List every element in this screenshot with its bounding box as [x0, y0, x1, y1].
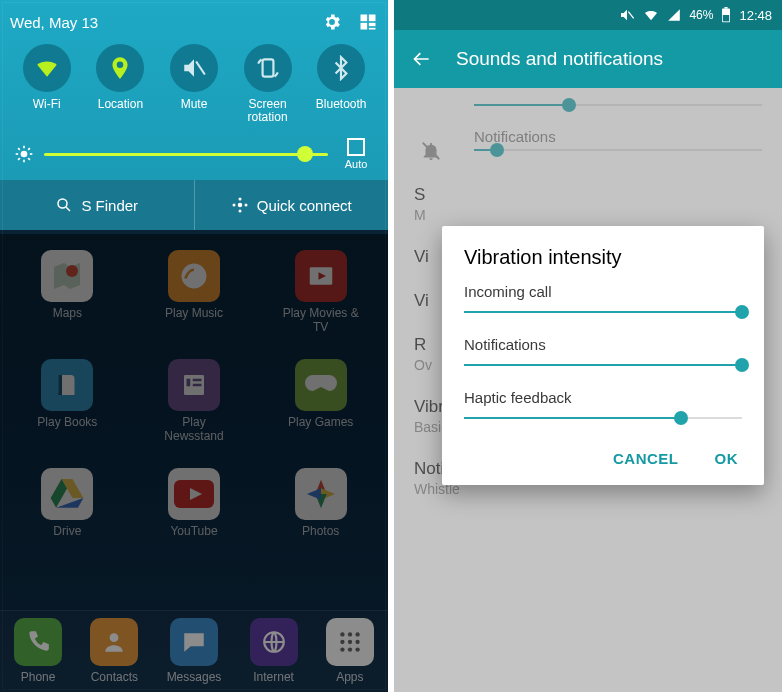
clock: 12:48 [739, 8, 772, 23]
dialog-slider[interactable] [464, 302, 742, 322]
svg-point-44 [355, 640, 359, 644]
svg-point-40 [348, 632, 352, 636]
svg-point-37 [110, 633, 119, 642]
dialog-slider[interactable] [464, 355, 742, 375]
svg-rect-31 [186, 379, 190, 387]
wifi-icon [643, 7, 659, 23]
app-play-books[interactable]: Play Books [8, 359, 127, 444]
dock-phone[interactable]: Phone [14, 618, 62, 685]
app-photos[interactable]: Photos [261, 468, 380, 539]
app-play-movies[interactable]: Play Movies &TV [261, 250, 380, 335]
svg-point-43 [348, 640, 352, 644]
ok-button[interactable]: OK [711, 442, 743, 475]
brightness-slider[interactable] [44, 153, 328, 156]
page-title: Sounds and notifications [456, 48, 663, 70]
vibration-intensity-dialog: Vibration intensity Incoming callNotific… [442, 226, 764, 485]
svg-point-45 [340, 648, 344, 652]
svg-rect-29 [193, 379, 202, 382]
app-drive[interactable]: Drive [8, 468, 127, 539]
svg-line-48 [629, 12, 634, 19]
dialog-slider-label: Haptic feedback [464, 389, 742, 406]
app-play-music[interactable]: Play Music [135, 250, 254, 335]
dock-apps-drawer[interactable]: Apps [326, 618, 374, 685]
mute-icon [619, 7, 635, 23]
svg-point-42 [340, 640, 344, 644]
dialog-slider-label: Notifications [464, 336, 742, 353]
dialog-slider[interactable] [464, 408, 742, 428]
app-maps[interactable]: Maps [8, 250, 127, 335]
battery-icon [721, 7, 731, 23]
svg-point-47 [355, 648, 359, 652]
dialog-title: Vibration intensity [464, 246, 742, 269]
statusbar: 46% 12:48 [394, 0, 782, 30]
battery-percent: 46% [689, 8, 713, 22]
app-youtube[interactable]: YouTube [135, 468, 254, 539]
dock-internet[interactable]: Internet [250, 618, 298, 685]
svg-rect-50 [725, 7, 728, 9]
app-play-games[interactable]: Play Games [261, 359, 380, 444]
dialog-slider-label: Incoming call [464, 283, 742, 300]
dock-messages[interactable]: Messages [167, 618, 222, 685]
appbar: Sounds and notifications [394, 30, 782, 88]
app-play-newsstand[interactable]: PlayNewsstand [135, 359, 254, 444]
dock: PhoneContactsMessagesInternetApps [0, 610, 388, 692]
svg-point-24 [66, 265, 78, 277]
app-grid: MapsPlay MusicPlay Movies &TVPlay BooksP… [0, 230, 388, 542]
back-icon[interactable] [412, 49, 432, 69]
svg-rect-30 [193, 384, 202, 387]
svg-point-41 [355, 632, 359, 636]
svg-point-46 [348, 648, 352, 652]
svg-rect-51 [723, 15, 729, 21]
cancel-button[interactable]: CANCEL [609, 442, 683, 475]
svg-rect-27 [59, 375, 63, 395]
signal-icon [667, 8, 681, 22]
svg-point-39 [340, 632, 344, 636]
dock-contacts[interactable]: Contacts [90, 618, 138, 685]
